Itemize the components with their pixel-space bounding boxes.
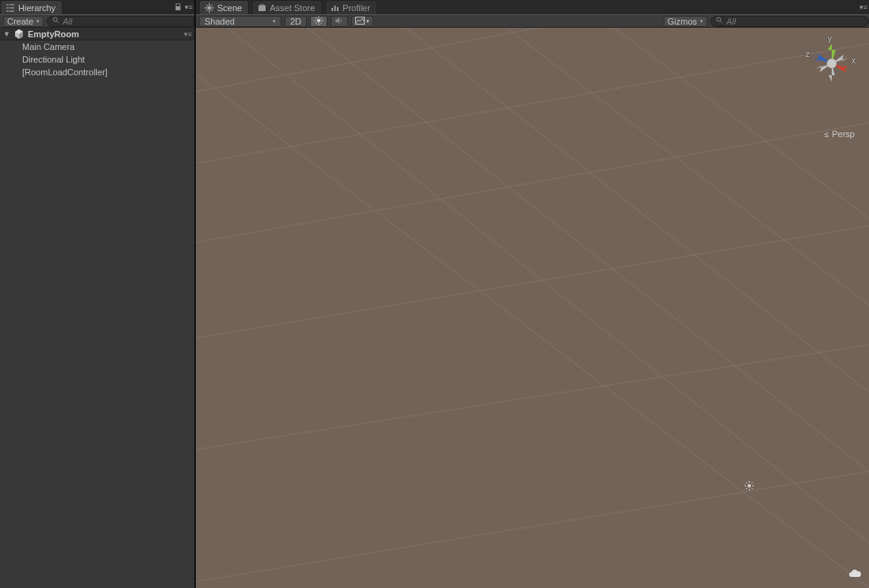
tab-hierarchy-label: Hierarchy [18,3,56,13]
scene-panel: Scene Asset Store Profiler ▾≡ Shaded ▾ [196,0,869,588]
toggle-lighting[interactable] [310,16,327,27]
scene-options-icon[interactable]: ▾≡ [858,0,869,14]
scene-grid [196,28,869,588]
draw-mode-label: Shaded [205,17,235,26]
svg-line-27 [228,28,869,543]
svg-line-36 [196,345,869,456]
hierarchy-item-label: [RoomLoadController] [22,67,108,77]
sun-icon [314,16,323,27]
search-icon [716,17,723,25]
search-icon [52,17,59,25]
hierarchy-search-input[interactable]: All [47,16,194,27]
svg-line-26 [196,44,869,588]
toggle-2d[interactable]: 2D [285,16,307,27]
svg-line-29 [386,28,869,392]
svg-point-53 [827,59,836,68]
hierarchy-panel: Hierarchy ▾≡ Create ▾ All ▼ [0,0,196,588]
svg-point-14 [317,18,320,21]
scene-tab-strip: Scene Asset Store Profiler ▾≡ [196,0,869,14]
svg-point-24 [717,17,721,21]
svg-line-22 [316,22,316,23]
tab-scene-label: Scene [217,3,242,13]
svg-rect-0 [175,6,180,10]
tab-asset-store-label: Asset Store [270,3,315,13]
profiler-icon [331,3,339,12]
svg-line-19 [316,17,316,18]
svg-line-20 [321,22,322,23]
hierarchy-options-icon[interactable]: ▾≡ [183,0,194,14]
svg-point-38 [748,484,751,487]
orientation-gizmo[interactable]: y x z [804,36,859,91]
hierarchy-item[interactable]: Main Camera [0,40,194,53]
tab-hierarchy[interactable]: Hierarchy [0,0,63,14]
scene-viewport[interactable]: y x z ≤ Persp [196,28,869,588]
svg-rect-12 [335,6,336,11]
dropdown-caret-icon: ▾ [36,18,40,25]
create-label: Create [7,17,33,26]
svg-line-34 [196,123,869,250]
create-dropdown[interactable]: Create ▾ [3,16,44,27]
svg-line-2 [57,21,59,24]
svg-line-32 [196,28,751,99]
gizmos-label: Gizmos [668,17,697,26]
light-gizmo[interactable] [745,481,754,492]
toggle-fx[interactable]: ▾ [351,16,373,27]
svg-line-28 [307,28,869,472]
hierarchy-icon [6,4,15,12]
projection-label: Persp [832,129,855,139]
hierarchy-tab-strip: Hierarchy ▾≡ [0,0,194,14]
dropdown-caret-icon: ▾ [273,18,276,25]
scene-header-row[interactable]: ▼ EmptyRoom ▾≡ [0,28,194,40]
asset-store-icon [258,3,266,12]
dropdown-caret-icon: ▾ [366,18,369,25]
scene-tab-icon [205,3,214,13]
svg-rect-11 [331,8,333,11]
axis-y-label: y [828,34,832,43]
cloud-icon [848,569,861,580]
svg-line-35 [196,226,869,345]
svg-line-46 [746,488,747,489]
toggle-2d-label: 2D [290,17,301,26]
scene-search-placeholder: All [726,17,736,26]
projection-icon: ≤ [825,130,829,139]
svg-line-37 [196,472,869,588]
tab-asset-store[interactable]: Asset Store [252,0,322,14]
axis-x-label: x [852,56,856,65]
svg-rect-10 [258,6,266,11]
gizmos-dropdown[interactable]: Gizmos ▾ [664,16,707,27]
svg-rect-23 [356,17,365,24]
foldout-icon[interactable]: ▼ [3,30,10,38]
hierarchy-item[interactable]: Directional Light [0,53,194,66]
svg-line-44 [752,488,752,489]
tab-profiler[interactable]: Profiler [325,0,377,14]
tab-scene[interactable]: Scene [199,0,249,14]
hierarchy-toolbar: Create ▾ All [0,14,194,28]
image-icon [355,17,365,26]
svg-line-43 [746,483,747,483]
svg-line-45 [752,483,752,483]
svg-point-1 [53,17,57,21]
hierarchy-item[interactable]: [RoomLoadController] [0,66,194,78]
svg-line-33 [196,44,869,170]
dropdown-caret-icon: ▾ [700,18,703,25]
svg-line-25 [721,21,723,24]
hierarchy-item-label: Main Camera [22,42,75,52]
projection-toggle[interactable]: ≤ Persp [825,129,855,139]
audio-icon [335,16,344,27]
scene-context-icon[interactable]: ▾≡ [182,30,194,38]
scene-toolbar: Shaded ▾ 2D ▾ Gizmo [196,14,869,28]
scene-search-input[interactable]: All [710,16,869,27]
hierarchy-lock-icon[interactable] [172,0,183,14]
unity-scene-icon [13,29,25,40]
hierarchy-tree: ▼ EmptyRoom ▾≡ Main Camera Directional L… [0,28,194,588]
svg-rect-13 [337,7,339,11]
hierarchy-search-placeholder: All [63,17,72,26]
scene-name: EmptyRoom [28,29,79,39]
draw-mode-dropdown[interactable]: Shaded ▾ [199,16,281,27]
toggle-audio[interactable] [331,16,348,27]
tab-profiler-label: Profiler [343,3,370,13]
axis-z-label: z [806,50,810,59]
hierarchy-item-label: Directional Light [22,55,85,64]
svg-line-21 [321,17,322,18]
